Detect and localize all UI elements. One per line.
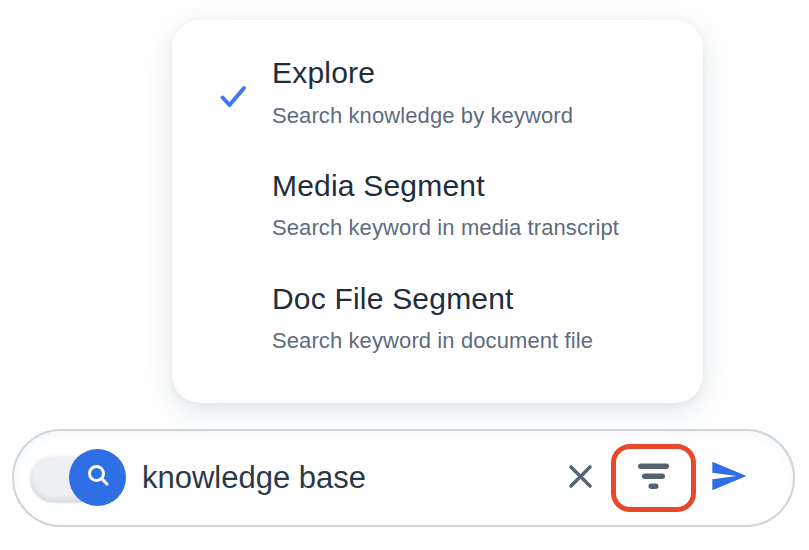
selected-check-slot (218, 282, 272, 355)
menu-item-subtitle: Search keyword in media transcript (272, 215, 619, 241)
clear-button[interactable] (567, 463, 594, 494)
menu-item-doc-file-segment[interactable]: Doc File Segment Search keyword in docum… (172, 282, 683, 355)
search-icon (82, 460, 114, 496)
send-button[interactable] (705, 456, 753, 500)
menu-item-media-segment[interactable]: Media Segment Search keyword in media tr… (172, 169, 683, 242)
search-bar (12, 429, 795, 527)
filter-icon (635, 460, 672, 496)
send-icon (705, 456, 753, 500)
menu-item-subtitle: Search knowledge by keyword (272, 103, 573, 129)
screen: Explore Search knowledge by keyword Medi… (0, 0, 809, 550)
selected-check-slot (218, 169, 272, 242)
search-input[interactable] (142, 460, 567, 496)
toggle-knob (69, 449, 126, 506)
search-mode-toggle[interactable] (30, 449, 126, 507)
filter-button[interactable] (611, 444, 696, 512)
menu-item-explore[interactable]: Explore Search knowledge by keyword (172, 56, 683, 129)
selected-check-slot (218, 56, 272, 129)
menu-item-title: Media Segment (272, 169, 619, 204)
menu-item-title: Doc File Segment (272, 282, 593, 317)
search-mode-menu: Explore Search knowledge by keyword Medi… (172, 20, 703, 403)
check-icon (218, 81, 272, 111)
close-icon (567, 463, 594, 494)
menu-item-subtitle: Search keyword in document file (272, 328, 593, 354)
menu-item-title: Explore (272, 56, 573, 91)
